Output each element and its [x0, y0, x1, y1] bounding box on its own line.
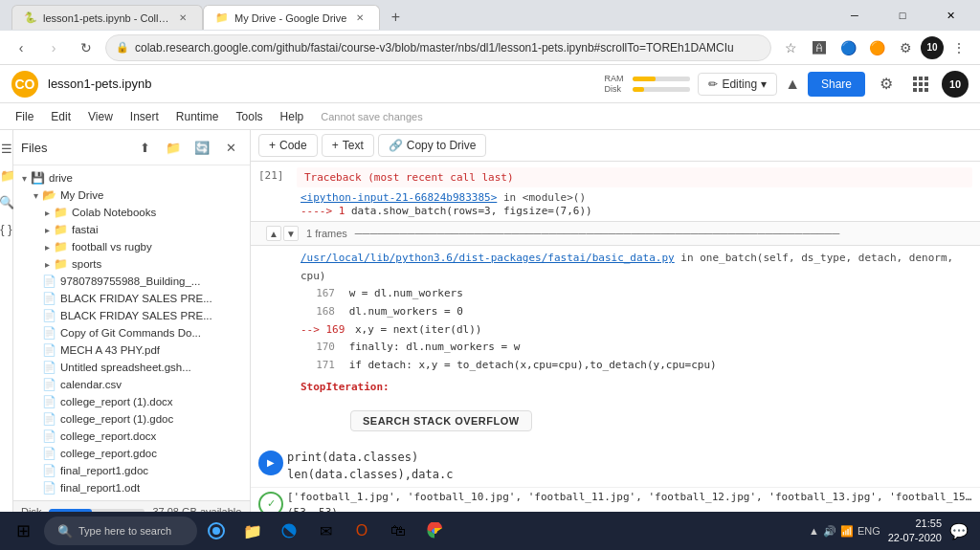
- back-button[interactable]: ‹: [8, 34, 34, 61]
- systray-icon2: 📶: [840, 525, 854, 538]
- ext4-button[interactable]: ⚙: [892, 34, 919, 61]
- profile-button[interactable]: 10: [921, 36, 944, 59]
- forward-button[interactable]: ›: [40, 34, 67, 61]
- tree-item-colab-notebooks[interactable]: ▸ 📁 Colab Notebooks: [13, 204, 250, 221]
- tree-item-file9[interactable]: ▸ 📄 college_report (1).gdoc: [13, 410, 250, 428]
- menu-runtime[interactable]: Runtime: [168, 107, 227, 126]
- svg-rect-3: [913, 82, 917, 86]
- waffle-button[interactable]: [907, 71, 934, 98]
- collapse-icon[interactable]: ▲: [785, 76, 800, 93]
- close-button[interactable]: ✕: [928, 0, 972, 31]
- search-stackoverflow-button[interactable]: SEARCH STACK OVERFLOW: [350, 410, 532, 431]
- menu-tools[interactable]: Tools: [229, 107, 271, 126]
- tree-item-drive[interactable]: ▾ 💾 drive: [13, 169, 250, 187]
- editing-chevron-icon: ▾: [761, 77, 767, 91]
- cell-expand-button[interactable]: ⤢: [924, 449, 947, 472]
- fastai-icon: 📁: [54, 223, 68, 236]
- cell-code-area[interactable]: print(data.classes) len(data.classes),da…: [287, 449, 796, 483]
- tree-item-file2[interactable]: ▸ 📄 BLACK FRIDAY SALES PRE...: [13, 290, 250, 307]
- tree-item-file7[interactable]: ▸ 📄 calendar.csv: [13, 376, 250, 393]
- tree-item-mydrive[interactable]: ▾ 📂 My Drive: [13, 187, 250, 204]
- tree-item-football-vs-rugby[interactable]: ▸ 📁 football vs rugby: [13, 238, 250, 255]
- code-btn-label: Code: [279, 139, 307, 152]
- cell-run-button[interactable]: ▶: [258, 451, 283, 475]
- tree-item-file11[interactable]: ▸ 📄 college_report.gdoc: [13, 445, 250, 462]
- new-folder-button[interactable]: 📁: [162, 136, 185, 159]
- traceback-file-link[interactable]: <ipython-input-21-66824b983385>: [301, 191, 497, 204]
- file2-icon: 📄: [42, 292, 56, 305]
- tree-item-file6[interactable]: ▸ 📄 Untitled spreadsheet.gsh...: [13, 359, 250, 376]
- tree-item-file3[interactable]: ▸ 📄 BLACK FRIDAY SALES PRE...: [13, 307, 250, 324]
- copy-to-drive-button[interactable]: 🔗 Copy to Drive: [378, 134, 487, 157]
- taskbar-edge[interactable]: [272, 514, 306, 548]
- menu-insert[interactable]: Insert: [122, 107, 167, 126]
- profile-avatar[interactable]: 10: [942, 71, 969, 98]
- frame-down-button[interactable]: ▼: [283, 226, 299, 241]
- editing-button[interactable]: ✏ Editing ▾: [698, 73, 777, 96]
- settings-button[interactable]: ⚙: [873, 71, 900, 98]
- cell-delete-button[interactable]: 🗑: [900, 449, 923, 472]
- file1-label: 9780789755988_Building_...: [60, 275, 200, 287]
- cell-settings-button[interactable]: ⚙: [875, 449, 898, 472]
- file-path-link[interactable]: /usr/local/lib/python3.6/dist-packages/f…: [301, 252, 675, 264]
- tree-item-sports[interactable]: ▸ 📁 sports: [13, 255, 250, 273]
- tab-colab-close[interactable]: ✕: [175, 11, 190, 26]
- menu-file[interactable]: File: [8, 107, 41, 126]
- tree-item-file1[interactable]: ▸ 📄 9780789755988_Building_...: [13, 273, 250, 290]
- taskbar-time-display: 21:55: [888, 517, 942, 531]
- frames-separator: ────────────────────────────────────────…: [355, 228, 840, 239]
- taskbar-clock: 21:55 22-07-2020: [888, 517, 942, 546]
- ext3-button[interactable]: 🟠: [863, 34, 890, 61]
- tree-item-file4[interactable]: ▸ 📄 Copy of Git Commands Do...: [13, 324, 250, 341]
- add-text-button[interactable]: + Text: [322, 134, 374, 157]
- tab-gdrive-favicon: 📁: [215, 11, 229, 25]
- plus-code-icon: +: [269, 139, 276, 152]
- mydrive-expand-arrow: ▾: [29, 190, 42, 201]
- tab-gdrive[interactable]: 📁 My Drive - Google Drive ✕: [203, 5, 380, 30]
- taskbar-store[interactable]: 🛍: [381, 514, 415, 548]
- tab-gdrive-close[interactable]: ✕: [352, 11, 368, 26]
- tree-item-file12[interactable]: ▸ 📄 final_report1.gdoc: [13, 462, 250, 479]
- mydrive-label: My Drive: [60, 189, 103, 201]
- reload-button[interactable]: ↻: [73, 34, 100, 61]
- search-stackoverflow-container: SEARCH STACK OVERFLOW: [251, 401, 980, 445]
- share-button[interactable]: Share: [808, 72, 865, 97]
- minimize-button[interactable]: ─: [833, 0, 877, 31]
- upload-file-button[interactable]: ⬆: [133, 136, 156, 159]
- file6-icon: 📄: [42, 361, 56, 374]
- cell-move-down-button[interactable]: ↓: [825, 449, 848, 472]
- tree-item-file8[interactable]: ▸ 📄 college_report (1).docx: [13, 393, 250, 410]
- notification-icon[interactable]: 💬: [949, 522, 969, 540]
- menu-help[interactable]: Help: [273, 107, 312, 126]
- tree-item-file5[interactable]: ▸ 📄 MECH A 43 PHY.pdf: [13, 341, 250, 359]
- cell-more-button[interactable]: ⋮: [949, 449, 972, 472]
- ext2-button[interactable]: 🔵: [835, 34, 861, 61]
- menu-view[interactable]: View: [80, 107, 121, 126]
- maximize-button[interactable]: □: [880, 0, 924, 31]
- browser-menu-button[interactable]: ⋮: [946, 34, 972, 61]
- plus-text-icon: +: [332, 139, 339, 152]
- cell-link-button[interactable]: 🔗: [850, 449, 873, 472]
- taskbar-mail[interactable]: ✉: [308, 514, 343, 548]
- taskbar-office[interactable]: O: [345, 514, 379, 548]
- close-sidebar-button[interactable]: ✕: [219, 136, 242, 159]
- bookmark-button[interactable]: ☆: [777, 34, 804, 61]
- start-button[interactable]: ⊞: [4, 514, 42, 548]
- url-bar[interactable]: 🔒 colab.research.google.com/github/fasta…: [105, 34, 771, 61]
- frame-up-button[interactable]: ▲: [266, 226, 281, 241]
- taskbar-chrome[interactable]: [417, 514, 452, 548]
- tree-item-file10[interactable]: ▸ 📄 college_report.docx: [13, 428, 250, 445]
- tree-item-file13[interactable]: ▸ 📄 final_report1.odt: [13, 479, 250, 496]
- taskbar-cortana[interactable]: [199, 514, 234, 548]
- taskbar-search-bar[interactable]: 🔍 Type here to search: [44, 517, 197, 545]
- taskbar-explorer[interactable]: 📁: [235, 514, 270, 548]
- tree-item-fastai[interactable]: ▸ 📁 fastai: [13, 221, 250, 238]
- add-code-button[interactable]: + Code: [258, 134, 318, 157]
- systray-arrow[interactable]: ▲: [809, 525, 819, 537]
- tab-colab[interactable]: 🐍 lesson1-pets.ipynb - Collaborato ✕: [11, 5, 203, 30]
- refresh-button[interactable]: 🔄: [190, 136, 213, 159]
- cell-move-up-button[interactable]: ↑: [800, 449, 823, 472]
- menu-edit[interactable]: Edit: [43, 107, 78, 126]
- new-tab-button[interactable]: +: [382, 5, 409, 30]
- ext1-button[interactable]: 🅰: [806, 34, 833, 61]
